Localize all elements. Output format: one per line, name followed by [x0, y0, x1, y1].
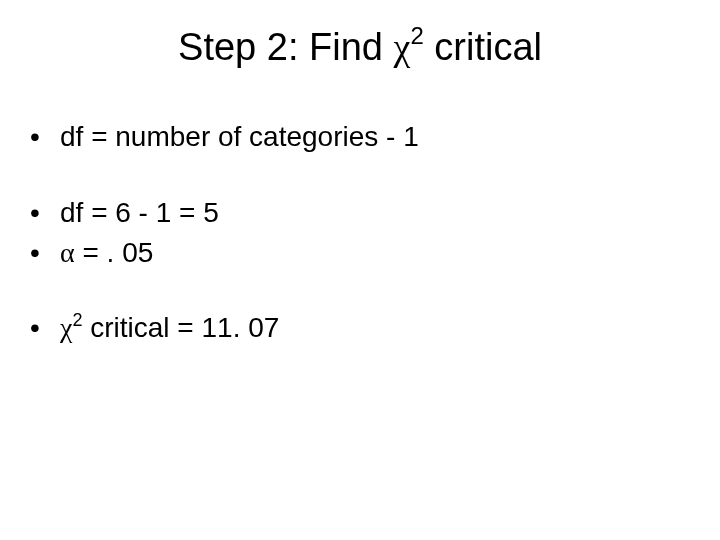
bullet-4-rest: critical = 11. 07: [82, 313, 279, 344]
bullet-3: • α = . 05: [30, 234, 690, 272]
title-prefix: Step 2: Find: [178, 26, 393, 68]
bullet-3-rest: = . 05: [75, 237, 154, 268]
title-suffix: critical: [424, 26, 542, 68]
chi-symbol: χ: [60, 313, 72, 344]
alpha-symbol: α: [60, 237, 75, 268]
bullet-dot: •: [30, 309, 60, 347]
bullet-1-text: df = number of categories - 1: [60, 118, 690, 156]
bullet-4: • χ2 critical = 11. 07: [30, 309, 690, 347]
bullet-dot: •: [30, 194, 60, 232]
bullet-1: • df = number of categories - 1: [30, 118, 690, 156]
chi-symbol: χ: [394, 26, 411, 68]
title-superscript: 2: [410, 22, 423, 49]
bullet-4-superscript: 2: [72, 310, 82, 330]
bullet-2-text: df = 6 - 1 = 5: [60, 194, 690, 232]
bullet-dot: •: [30, 234, 60, 272]
bullet-3-text: α = . 05: [60, 234, 690, 272]
bullet-4-text: χ2 critical = 11. 07: [60, 309, 690, 347]
content-area: • df = number of categories - 1 • df = 6…: [30, 118, 690, 350]
bullet-2: • df = 6 - 1 = 5: [30, 194, 690, 232]
bullet-dot: •: [30, 118, 60, 156]
slide-title: Step 2: Find χ2 critical: [0, 24, 720, 69]
